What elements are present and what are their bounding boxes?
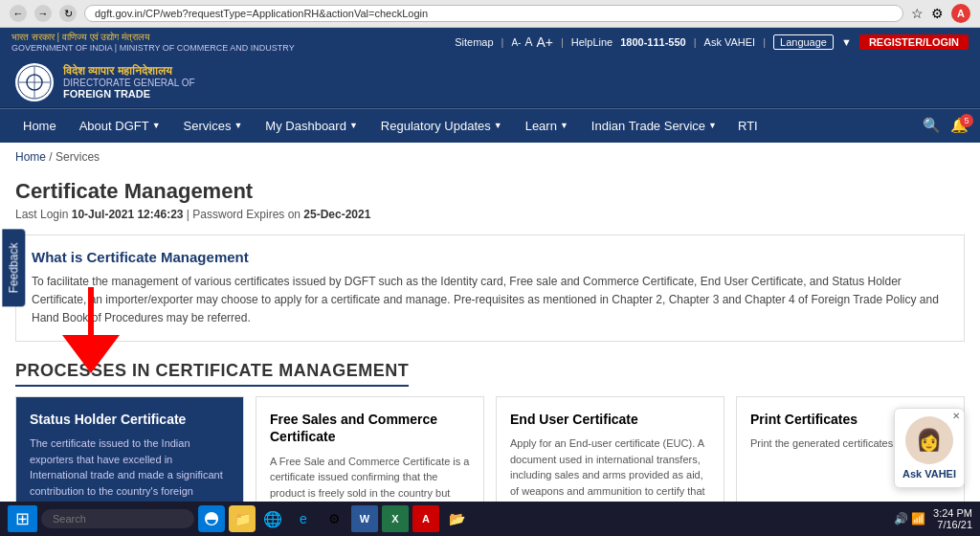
regulatory-caret: ▼ [494, 121, 502, 130]
url-bar[interactable] [84, 5, 903, 22]
refresh-button[interactable]: ↻ [59, 5, 77, 22]
font-large-btn[interactable]: A+ [536, 34, 553, 50]
pdf-icon[interactable]: A [412, 505, 439, 532]
page-title: Certificate Management [15, 179, 965, 204]
helpline-number: 1800-111-550 [620, 36, 686, 48]
logo-text: विदेश व्यापार महानिदेशालय DIRECTORATE GE… [63, 64, 195, 100]
explorer-icon[interactable]: 📁 [229, 505, 256, 532]
logo-hindi: विदेश व्यापार महानिदेशालय [63, 64, 195, 78]
nav-rti[interactable]: RTI [728, 109, 768, 143]
services-caret: ▼ [234, 121, 242, 130]
dashboard-caret: ▼ [349, 121, 358, 130]
nav-home[interactable]: Home [11, 109, 68, 143]
back-button[interactable]: ← [10, 5, 27, 22]
login-info: Last Login 10-Jul-2021 12:46:23 | Passwo… [15, 208, 965, 221]
processes-section: PROCESSES IN CERTIFICATE MANAGEMENT [0, 351, 980, 396]
main-nav: Home About DGFT ▼ Services ▼ My Dashboar… [0, 108, 980, 143]
password-expiry: 25-Dec-2021 [303, 208, 370, 221]
vahei-avatar: 👩 [905, 416, 953, 464]
settings-icon[interactable]: ⚙ [321, 505, 347, 532]
taskbar-time: 3:24 PM 7/16/21 [933, 507, 972, 530]
content-area: Home / Services Certificate Management L… [0, 143, 980, 536]
nav-dashboard[interactable]: My Dashboard ▼ [254, 109, 368, 143]
helpline-label: HelpLine [571, 36, 612, 48]
description-text: To facilitate the management of various … [32, 273, 948, 328]
breadcrumb-home[interactable]: Home [15, 150, 46, 164]
taskbar-search[interactable] [41, 509, 194, 528]
trade-caret: ▼ [708, 121, 717, 130]
vahei-label: Ask VAHEI [902, 468, 956, 480]
about-caret: ▼ [152, 121, 161, 130]
nav-learn[interactable]: Learn ▼ [514, 109, 580, 143]
chrome-icon[interactable]: 🌐 [259, 505, 286, 532]
main-header: विदेश व्यापार महानिदेशालय DIRECTORATE GE… [0, 57, 980, 108]
card-title-2: End User Certificate [510, 411, 710, 428]
excel-icon[interactable]: X [382, 505, 409, 532]
learn-caret: ▼ [560, 121, 568, 130]
vahei-close-btn[interactable]: ✕ [952, 411, 960, 421]
bookmark-icon[interactable]: ☆ [911, 6, 924, 21]
extensions-icon[interactable]: ⚙ [931, 6, 944, 21]
ask-vahei-widget[interactable]: ✕ 👩 Ask VAHEI [894, 408, 965, 488]
breadcrumb: Home / Services [0, 143, 980, 171]
font-small-btn[interactable]: A- [511, 37, 521, 48]
register-button[interactable]: REGISTER/LOGIN [859, 34, 969, 50]
forward-button[interactable]: → [34, 5, 52, 22]
taskbar-icons: 🔊 📶 [894, 512, 925, 525]
ie-icon[interactable]: e [290, 505, 317, 532]
taskbar-right: 🔊 📶 3:24 PM 7/16/21 [894, 507, 972, 530]
ask-vahei-link[interactable]: Ask VAHEI [704, 36, 756, 48]
sitemap-link[interactable]: Sitemap [455, 36, 493, 48]
gov-eng: GOVERNMENT OF INDIA | MINISTRY OF COMMER… [11, 43, 295, 55]
profile-icon[interactable]: A [951, 4, 970, 23]
login-prefix: Last Login [15, 208, 68, 221]
notification-badge: 5 [960, 114, 973, 127]
description-box: What is Certificate Management To facili… [15, 234, 965, 343]
nav-regulatory[interactable]: Regulatory Updates ▼ [369, 109, 514, 143]
breadcrumb-sep: / [49, 150, 52, 164]
nav-icons: 🔍 🔔 5 [923, 117, 969, 134]
edge-icon[interactable] [198, 505, 225, 532]
card-title-1: Free Sales and Commerce Certificate [270, 411, 470, 445]
processes-title: PROCESSES IN CERTIFICATE MANAGEMENT [15, 361, 409, 387]
page-title-section: Certificate Management Last Login 10-Jul… [0, 171, 980, 225]
logo-line3: FOREIGN TRADE [63, 88, 195, 100]
card-title-0: Status Holder Certificate [30, 411, 230, 428]
logo-area: विदेश व्यापार महानिदेशालय DIRECTORATE GE… [15, 63, 195, 101]
folder-icon2[interactable]: 📂 [443, 505, 470, 532]
taskbar: ⊞ 📁 🌐 e ⚙ W X A 📂 🔊 📶 3:24 PM 7/16/21 [0, 502, 980, 536]
nav-services[interactable]: Services ▼ [172, 109, 255, 143]
language-button[interactable]: Language [773, 34, 834, 50]
search-icon[interactable]: 🔍 [923, 117, 941, 134]
password-prefix: Password Expires on [192, 208, 301, 221]
nav-trade[interactable]: Indian Trade Service ▼ [580, 109, 728, 143]
feedback-tab[interactable]: Feedback [2, 230, 25, 307]
font-normal-btn[interactable]: A [524, 35, 532, 49]
login-date: 10-Jul-2021 12:46:23 [72, 208, 184, 221]
start-button[interactable]: ⊞ [8, 505, 37, 532]
breadcrumb-current: Services [56, 150, 100, 164]
nav-about[interactable]: About DGFT ▼ [68, 109, 172, 143]
gov-hindi: भारत सरकार | वाणिज्य एवं उद्योग मंत्रालय [11, 31, 295, 43]
notification-bell[interactable]: 🔔 5 [950, 117, 969, 134]
word-icon[interactable]: W [351, 505, 378, 532]
emblem-logo [15, 63, 54, 101]
description-title: What is Certificate Management [32, 249, 948, 265]
logo-line2: DIRECTORATE GENERAL OF [63, 78, 195, 88]
browser-bar: ← → ↻ ☆ ⚙ A [0, 0, 980, 28]
utility-bar: भारत सरकार | वाणिज्य एवं उद्योग मंत्रालय… [0, 28, 980, 57]
